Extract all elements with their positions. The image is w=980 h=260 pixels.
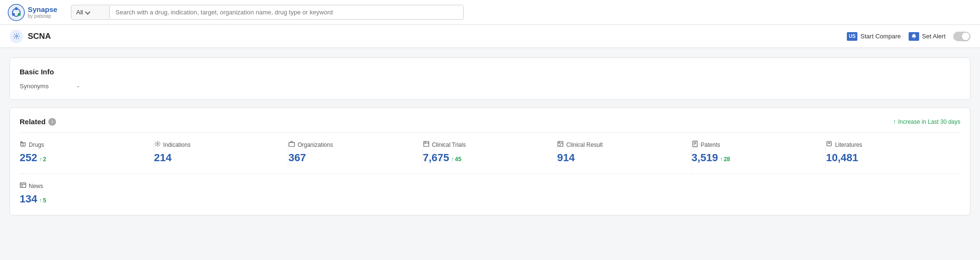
toggle-knob [962, 33, 969, 40]
indications-label: Indications [163, 142, 191, 148]
set-alert-button[interactable]: Set Alert [909, 32, 946, 41]
clinical-result-label: Clinical Result [566, 142, 603, 148]
main-content: Basic Info Synonyms - Related i ↑ Increa… [0, 48, 980, 260]
news-label: News [29, 183, 43, 189]
alert-icon [909, 32, 919, 41]
clinical-result-icon [557, 141, 564, 149]
alert-toggle[interactable] [953, 32, 970, 41]
organizations-value: 367 [288, 152, 306, 164]
filter-label: All [76, 9, 83, 16]
stats-grid: Drugs 252 ↑ 2 Indications [20, 132, 960, 170]
page-title: SCNA [28, 32, 51, 41]
basic-info-card: Basic Info Synonyms - [10, 58, 970, 100]
stat-indications[interactable]: Indications 214 [154, 141, 289, 170]
svg-rect-14 [558, 142, 563, 147]
svg-rect-11 [423, 142, 429, 147]
clinical-trials-increase: ↑ 45 [451, 156, 461, 163]
patents-increase: ↑ 28 [720, 156, 730, 163]
sub-header-right: US Start Compare Set Alert [847, 32, 970, 41]
related-card: Related i ↑ Increase in Last 30 days Dru… [10, 107, 970, 215]
svg-point-9 [157, 143, 158, 144]
sub-header: SCNA US Start Compare Set Alert [0, 25, 980, 48]
news-icon [20, 182, 26, 190]
svg-rect-10 [289, 142, 295, 146]
organizations-label: Organizations [297, 142, 333, 148]
logo-text: Synapse by patsnap [28, 6, 57, 19]
indications-value: 214 [154, 152, 172, 164]
synonyms-label: Synonyms [20, 83, 68, 90]
increase-note: ↑ Increase in Last 30 days [893, 118, 960, 125]
drugs-icon [20, 141, 26, 149]
patents-arrow-icon: ↑ [720, 156, 723, 163]
stat-literatures[interactable]: Literatures 10,481 [826, 141, 960, 170]
organizations-icon [288, 141, 295, 149]
gear-icon [10, 30, 23, 43]
ct-arrow-icon: ↑ [451, 156, 454, 163]
indications-icon [154, 141, 161, 149]
header: Synapse by patsnap All [0, 0, 980, 25]
patents-label: Patents [701, 142, 720, 148]
arrow-up-icon: ↑ [893, 118, 896, 125]
start-compare-button[interactable]: US Start Compare [847, 32, 901, 41]
clinical-trials-label: Clinical Trials [432, 142, 466, 148]
literatures-icon [826, 141, 832, 149]
stat-news[interactable]: News 134 ↑ 5 [20, 182, 52, 205]
news-arrow-icon: ↑ [39, 197, 42, 204]
patents-value: 3,519 [692, 152, 718, 164]
synapse-logo-icon [8, 4, 25, 21]
alert-label: Set Alert [922, 33, 946, 40]
svg-point-3 [18, 13, 21, 16]
search-input[interactable] [110, 5, 463, 19]
clinical-result-value: 914 [557, 152, 575, 164]
filter-dropdown[interactable]: All [71, 6, 110, 19]
drugs-arrow-icon: ↑ [39, 156, 42, 163]
logo-synapse-label: Synapse [28, 6, 57, 14]
related-title: Related [20, 118, 46, 126]
patents-icon [692, 141, 698, 149]
drugs-label: Drugs [29, 142, 44, 148]
compare-icon: US [847, 32, 857, 41]
news-increase: ↑ 5 [39, 197, 46, 204]
stat-organizations[interactable]: Organizations 367 [288, 141, 423, 170]
related-header: Related i ↑ Increase in Last 30 days [20, 118, 960, 126]
svg-point-6 [15, 35, 17, 37]
logo-area: Synapse by patsnap [8, 4, 65, 21]
logo-by-label: by patsnap [28, 13, 57, 19]
related-info-icon[interactable]: i [48, 118, 56, 126]
synonyms-value: - [77, 83, 79, 90]
search-filter-bar: All [71, 5, 464, 20]
literatures-label: Literatures [835, 142, 862, 148]
basic-info-title: Basic Info [20, 68, 960, 76]
stat-patents[interactable]: Patents 3,519 ↑ 28 [692, 141, 826, 170]
drugs-value: 252 [20, 152, 37, 164]
compare-label: Start Compare [860, 33, 901, 40]
stats-row2: News 134 ↑ 5 [20, 174, 960, 205]
chevron-down-icon [85, 9, 91, 14]
clinical-trials-value: 7,675 [423, 152, 449, 164]
stat-drugs[interactable]: Drugs 252 ↑ 2 [20, 141, 154, 170]
sub-header-left: SCNA [10, 30, 51, 43]
related-title-area: Related i [20, 118, 56, 126]
increase-note-label: Increase in Last 30 days [898, 118, 960, 125]
drugs-increase: ↑ 2 [39, 156, 46, 163]
literatures-value: 10,481 [826, 152, 858, 164]
svg-point-4 [12, 13, 15, 16]
clinical-trials-icon [423, 141, 430, 149]
synonyms-row: Synonyms - [20, 83, 960, 90]
stat-clinical-trials[interactable]: Clinical Trials 7,675 ↑ 45 [423, 141, 558, 170]
news-value: 134 [20, 193, 37, 205]
stat-clinical-result[interactable]: Clinical Result 914 [557, 141, 692, 170]
svg-point-0 [8, 4, 24, 21]
